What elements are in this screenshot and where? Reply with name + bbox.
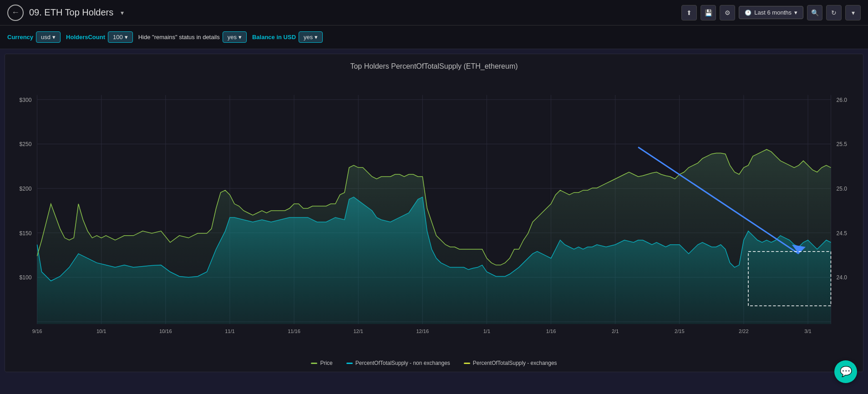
- chat-button[interactable]: 💬: [834, 360, 857, 383]
- svg-marker-44: [37, 149, 831, 324]
- svg-text:2/1: 2/1: [612, 328, 619, 334]
- chart-container: Top Holders PercentOfTotalSupply (ETH_et…: [5, 54, 863, 372]
- gear-icon: ⚙: [725, 9, 731, 16]
- svg-text:25.0: 25.0: [837, 186, 848, 192]
- svg-text:10/16: 10/16: [159, 328, 172, 334]
- svg-text:$200: $200: [20, 186, 32, 192]
- chart-svg: $300 $250 $200 $150 $100 26.0 25.5 25.0 …: [5, 77, 863, 344]
- chart-svg-wrapper: $300 $250 $200 $150 $100 26.0 25.5 25.0 …: [5, 77, 863, 344]
- chevron-down-icon: ▾: [852, 9, 855, 16]
- svg-text:11/1: 11/1: [225, 328, 235, 334]
- svg-text:10/1: 10/1: [96, 328, 107, 334]
- save-icon: 💾: [705, 9, 712, 16]
- legend-price-color: [311, 363, 317, 364]
- holders-count-param: HoldersCount 100 ▾: [66, 31, 133, 43]
- svg-text:12/16: 12/16: [416, 328, 429, 334]
- search-button[interactable]: 🔍: [807, 5, 822, 20]
- svg-text:11/16: 11/16: [288, 328, 300, 334]
- legend-price-label: Price: [320, 360, 332, 366]
- hide-remains-value: yes: [228, 34, 237, 40]
- legend-exchanges-color: [464, 363, 470, 364]
- currency-label: Currency: [7, 34, 33, 40]
- toolbar: Currency usd ▾ HoldersCount 100 ▾ Hide "…: [0, 25, 868, 49]
- share-button[interactable]: ⬆: [681, 5, 697, 20]
- refresh-icon: ↻: [831, 9, 837, 16]
- svg-text:$250: $250: [20, 141, 32, 148]
- legend-non-exchanges: PercentOfTotalSupply - non exchanges: [346, 360, 450, 366]
- currency-caret-icon: ▾: [52, 34, 56, 40]
- svg-text:3/1: 3/1: [804, 328, 811, 334]
- clock-icon: 🕐: [745, 10, 751, 16]
- svg-text:1/16: 1/16: [546, 328, 556, 334]
- svg-text:2/15: 2/15: [675, 328, 685, 334]
- title-dropdown-icon[interactable]: ▾: [121, 9, 124, 16]
- svg-text:12/1: 12/1: [353, 328, 363, 334]
- holders-count-value: 100: [113, 34, 123, 40]
- balance-usd-value: yes: [304, 34, 313, 40]
- legend-non-exchanges-label: PercentOfTotalSupply - non exchanges: [355, 360, 450, 366]
- holders-count-label: HoldersCount: [66, 34, 105, 40]
- header-right: ⬆ 💾 ⚙ 🕐 Last 6 months ▾ 🔍 ↻ ▾: [681, 5, 861, 20]
- chart-legend: Price PercentOfTotalSupply - non exchang…: [5, 360, 863, 366]
- currency-select[interactable]: usd ▾: [36, 31, 61, 43]
- svg-text:9/16: 9/16: [32, 328, 42, 334]
- chart-title: Top Holders PercentOfTotalSupply (ETH_et…: [5, 54, 863, 71]
- settings-button[interactable]: ⚙: [720, 5, 735, 20]
- back-icon: ←: [11, 8, 20, 17]
- currency-value: usd: [41, 34, 51, 40]
- legend-exchanges: PercentOfTotalSupply - exchanges: [464, 360, 557, 366]
- back-button[interactable]: ←: [7, 5, 24, 21]
- svg-text:$150: $150: [20, 230, 32, 237]
- legend-non-exchanges-color: [346, 363, 353, 364]
- legend-exchanges-label: PercentOfTotalSupply - exchanges: [473, 360, 557, 366]
- balance-usd-param: Balance in USD yes ▾: [252, 31, 323, 43]
- page-title: 09. ETH Top Holders: [29, 7, 113, 18]
- time-range-label: Last 6 months: [754, 9, 792, 16]
- refresh-button[interactable]: ↻: [826, 5, 842, 20]
- legend-price: Price: [311, 360, 332, 366]
- hide-remains-param: Hide "remains" status in details yes ▾: [138, 31, 247, 43]
- svg-text:$300: $300: [20, 97, 32, 103]
- share-icon: ⬆: [686, 9, 692, 16]
- save-button[interactable]: 💾: [700, 5, 716, 20]
- svg-text:24.0: 24.0: [837, 275, 848, 281]
- holders-count-caret-icon: ▾: [125, 34, 128, 40]
- hide-remains-select[interactable]: yes ▾: [223, 31, 247, 43]
- time-range-caret-icon: ▾: [794, 9, 797, 16]
- svg-text:26.0: 26.0: [837, 97, 848, 103]
- hide-remains-label: Hide "remains" status in details: [138, 34, 220, 40]
- svg-text:24.5: 24.5: [837, 230, 848, 237]
- search-icon: 🔍: [811, 9, 819, 16]
- time-range-button[interactable]: 🕐 Last 6 months ▾: [739, 6, 803, 19]
- balance-usd-caret-icon: ▾: [315, 34, 318, 40]
- balance-usd-label: Balance in USD: [252, 34, 296, 40]
- balance-usd-select[interactable]: yes ▾: [299, 31, 323, 43]
- more-button[interactable]: ▾: [845, 5, 861, 20]
- svg-text:$100: $100: [20, 275, 32, 281]
- hide-remains-caret-icon: ▾: [239, 34, 242, 40]
- chat-icon: 💬: [840, 366, 852, 378]
- header-left: ← 09. ETH Top Holders ▾: [7, 5, 124, 21]
- header: ← 09. ETH Top Holders ▾ ⬆ 💾 ⚙ 🕐 Last 6 m…: [0, 0, 868, 25]
- svg-text:1/1: 1/1: [483, 328, 490, 334]
- holders-count-select[interactable]: 100 ▾: [108, 31, 133, 43]
- svg-text:25.5: 25.5: [837, 141, 848, 148]
- svg-text:2/22: 2/22: [739, 328, 749, 334]
- currency-param: Currency usd ▾: [7, 31, 61, 43]
